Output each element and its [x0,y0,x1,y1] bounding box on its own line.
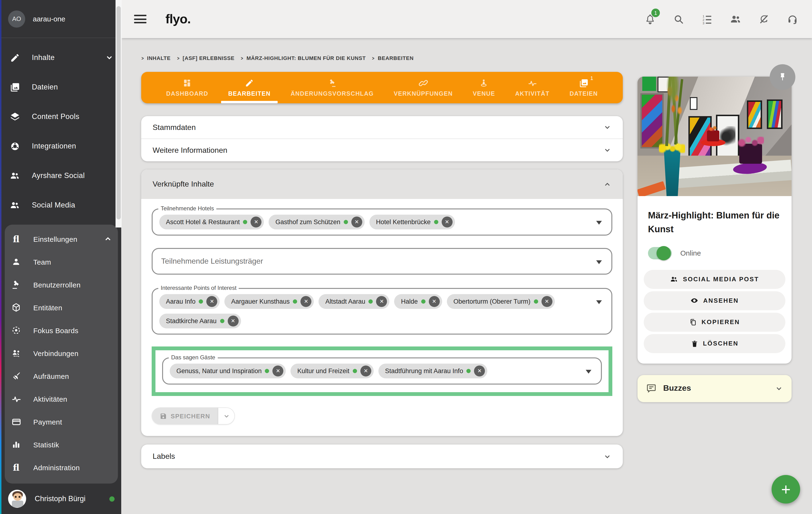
field-points-of-interest[interactable]: Interessante Points of Interest Aarau In… [152,288,612,334]
add-content-fab[interactable]: + [772,475,800,504]
sidebar-item-label: Entitäten [33,303,62,312]
scrollbar-thumb[interactable] [116,6,121,219]
tab-verknuepfungen[interactable]: VERKNÜPFUNGEN [384,72,463,103]
trash-icon [691,340,698,347]
svg-text:3: 3 [702,21,704,25]
view-button[interactable]: ANSEHEN [644,291,785,310]
copy-button[interactable]: KOPIEREN [644,313,785,332]
dropdown-arrow-icon[interactable] [596,221,602,225]
sidebar-item-label: Team [33,258,51,266]
bar-chart-icon [10,439,22,450]
chip-remove-button[interactable]: ✕ [301,296,312,307]
field-das-sagen-gaeste[interactable]: Das sagen Gäste Genuss, Natur und Inspir… [162,357,602,384]
dropdown-arrow-icon[interactable] [586,370,591,374]
person-pin-icon [480,78,489,88]
workspace-header[interactable]: AO aarau-one [1,0,121,38]
save-button[interactable]: SPEICHERN [152,408,218,424]
online-dot [199,299,203,304]
tab-venue[interactable]: VENUE [463,72,505,103]
field-teilnehmende-leistungstraeger[interactable]: Teilnehmende Leistungsträger [152,248,612,275]
tab-dashboard[interactable]: DASHBOARD [156,72,218,103]
breadcrumb-item[interactable]: >INHALTE [141,55,171,61]
sidebar-item-inhalte[interactable]: Inhalte [1,43,121,72]
user-menu[interactable]: Christoph Bürgi [1,484,121,514]
chip-remove-button[interactable]: ✕ [474,366,485,376]
chip-remove-button[interactable]: ✕ [251,217,262,227]
theme-toggle-button[interactable] [758,13,770,25]
accordion-weitere-informationen[interactable]: Weitere Informationen [141,139,623,161]
sidebar-item-payment[interactable]: Payment [5,410,118,433]
tab-bar: DASHBOARD BEARBEITEN ÄNDERUNGSVORSCHLAG … [141,72,623,103]
accordion-stammdaten[interactable]: Stammdaten [141,116,623,138]
ordered-list-button[interactable]: 123 [701,13,713,25]
gavel-icon [327,78,337,88]
accordion-labels[interactable]: Labels [141,444,623,468]
content-preview-image[interactable] [638,77,791,196]
search-button[interactable] [672,13,685,25]
save-options-button[interactable] [218,408,234,424]
chip-remove-button[interactable]: ✕ [441,217,452,227]
flyo-logo: flyo. [166,12,191,26]
online-dot [353,369,357,373]
sidebar-item-fokus-boards[interactable]: Fokus Boards [5,319,118,342]
sidebar-item-statistik[interactable]: Statistik [5,433,118,456]
support-button[interactable] [786,13,799,25]
online-dot [434,220,438,224]
chip-remove-button[interactable]: ✕ [228,316,238,326]
content-title: März-Highlight: Blumen für die Kunst [638,196,791,237]
accordion-group: Stammdaten Weitere Informationen [141,116,623,161]
tab-aenderungsvorschlag[interactable]: ÄNDERUNGSVORSCHLAG [281,72,384,103]
pin-button[interactable] [770,64,795,90]
sidebar-item-einstellungen[interactable]: fl Einstellungen [5,227,118,250]
sidebar-item-aufraeumen[interactable]: Aufräumen [5,364,118,387]
field-teilnehmende-hotels[interactable]: Teilnehmende Hotels Ascott Hotel & Resta… [152,209,612,236]
tab-aktivitaet[interactable]: AKTIVITÄT [505,72,559,103]
sidebar-item-aktivitaeten[interactable]: Aktivitäten [5,387,118,410]
notification-badge: 1 [651,8,660,17]
online-toggle[interactable] [648,247,672,260]
chip-remove-button[interactable]: ✕ [376,296,387,307]
menu-toggle-button[interactable] [134,15,146,23]
tab-bearbeiten[interactable]: BEARBEITEN [218,72,281,103]
breadcrumb-item[interactable]: >[ASF] ERLEBNISSE [177,55,235,61]
breadcrumb-item[interactable]: >MÄRZ-HIGHLIGHT: BLUMEN FÜR DIE KUNST [240,55,366,61]
sidebar-item-integrationen[interactable]: Integrationen [1,131,121,161]
dropdown-arrow-icon[interactable] [596,300,602,304]
sidebar-item-administration[interactable]: fl Administration [5,456,118,479]
chip-remove-button[interactable]: ✕ [273,366,284,376]
chip-remove-button[interactable]: ✕ [542,296,552,307]
sidebar-item-entitaeten[interactable]: Entitäten [5,296,118,319]
pulse-icon [10,393,22,405]
sidebar-item-content-pools[interactable]: Content Pools [1,102,121,131]
sidebar-item-ayrshare-social[interactable]: Ayrshare Social [1,161,121,190]
dark-light-mode-icon [758,13,770,25]
users-button[interactable] [729,13,742,25]
sidebar-item-label: Ayrshare Social [32,171,85,180]
sidebar-item-dateien[interactable]: Dateien [1,72,121,102]
tab-dateien[interactable]: 1 DATEIEN [559,72,608,103]
chip-remove-button[interactable]: ✕ [351,217,362,227]
breadcrumb-item[interactable]: >BEARBEITEN [372,55,414,61]
notifications-button[interactable]: 1 [644,13,656,25]
group-icon [9,199,21,211]
chip-remove-button[interactable]: ✕ [207,296,218,307]
sidebar-item-label: Einstellungen [33,235,77,243]
numbered-list-icon: 123 [701,13,713,25]
sidebar-scrollbar[interactable] [116,0,122,227]
sidebar-item-team[interactable]: Team [5,250,118,273]
sidebar-item-verbindungen[interactable]: Verbindungen [5,342,118,364]
chevron-right-icon: > [141,55,144,61]
sidebar-item-label: Verbindungen [33,349,79,357]
buzzes-panel[interactable]: Buzzes [638,375,791,402]
topbar: flyo. 1 123 [122,0,812,38]
sidebar-item-benutzerrollen[interactable]: Benutzerrollen [5,273,118,296]
chip-remove-button[interactable]: ✕ [360,366,371,376]
artwork [767,99,782,129]
pushpin-icon [777,72,788,82]
chip-remove-button[interactable]: ✕ [429,296,439,307]
dropdown-arrow-icon[interactable] [596,260,602,264]
sidebar-item-social-media[interactable]: Social Media [1,190,121,220]
delete-button[interactable]: LÖSCHEN [644,334,785,353]
accordion-verknuepfte-inhalte[interactable]: Verknüpfte Inhalte [141,169,623,199]
social-media-post-button[interactable]: SOCIAL MEDIA POST [644,270,785,289]
